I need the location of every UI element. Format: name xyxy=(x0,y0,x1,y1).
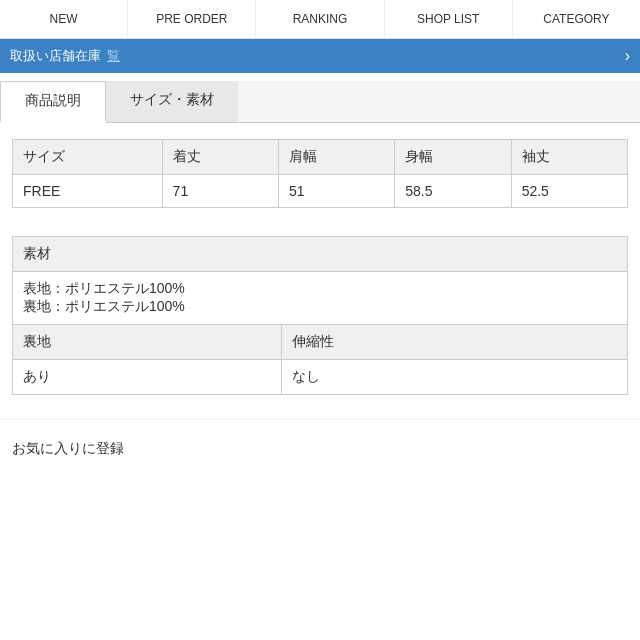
table-row: FREE 71 51 58.5 52.5 xyxy=(13,175,628,208)
material-title: 素材 xyxy=(13,237,628,272)
product-tabs: 商品説明 サイズ・素材 xyxy=(0,81,640,123)
store-stock-label: 取扱い店舗在庫 xyxy=(10,47,101,65)
tab-description[interactable]: 商品説明 xyxy=(0,81,106,123)
cell-size: FREE xyxy=(13,175,163,208)
material-header-row: 素材 xyxy=(13,237,628,272)
sub-col-stretch: 伸縮性 xyxy=(282,325,628,360)
material-section: 素材 表地：ポリエステル100% 裏地：ポリエステル100% 裏地 伸縮性 あり… xyxy=(0,236,640,411)
cell-length: 71 xyxy=(162,175,278,208)
material-table: 素材 表地：ポリエステル100% 裏地：ポリエステル100% 裏地 伸縮性 あり… xyxy=(12,236,628,395)
material-sub-data-row: あり なし xyxy=(13,360,628,395)
sub-col-lining: 裏地 xyxy=(13,325,282,360)
cell-shoulder: 51 xyxy=(278,175,394,208)
col-header-sleeve: 袖丈 xyxy=(511,140,627,175)
nav-ranking[interactable]: RANKING xyxy=(256,0,384,38)
nav-new[interactable]: NEW xyxy=(0,0,128,38)
material-detail: 表地：ポリエステル100% 裏地：ポリエステル100% xyxy=(13,272,628,325)
nav-category[interactable]: CATEGORY xyxy=(513,0,640,38)
sub-cell-stretch-value: なし xyxy=(282,360,628,395)
col-header-shoulder: 肩幅 xyxy=(278,140,394,175)
cell-sleeve: 52.5 xyxy=(511,175,627,208)
nav-pre-order[interactable]: PRE ORDER xyxy=(128,0,256,38)
material-detail-row: 表地：ポリエステル100% 裏地：ポリエステル100% xyxy=(13,272,628,325)
store-stock-bar[interactable]: 取扱い店舗在庫 覧 › xyxy=(0,39,640,73)
col-header-body: 身幅 xyxy=(395,140,511,175)
col-header-size: サイズ xyxy=(13,140,163,175)
nav-shop-list[interactable]: SHOP LIST xyxy=(385,0,513,38)
tab-size-material[interactable]: サイズ・素材 xyxy=(106,81,238,122)
bottom-section: お気に入りに登録 xyxy=(0,419,640,470)
top-navigation: NEW PRE ORDER RANKING SHOP LIST CATEGORY xyxy=(0,0,640,39)
size-table: サイズ 着丈 肩幅 身幅 袖丈 FREE 71 51 58.5 52.5 xyxy=(12,139,628,208)
store-stock-link[interactable]: 覧 xyxy=(107,47,120,65)
favorite-label: お気に入りに登録 xyxy=(12,440,124,456)
chevron-right-icon: › xyxy=(625,47,630,65)
sub-cell-lining-value: あり xyxy=(13,360,282,395)
cell-body: 58.5 xyxy=(395,175,511,208)
size-section: サイズ 着丈 肩幅 身幅 袖丈 FREE 71 51 58.5 52.5 xyxy=(0,123,640,236)
material-sub-header-row: 裏地 伸縮性 xyxy=(13,325,628,360)
col-header-length: 着丈 xyxy=(162,140,278,175)
